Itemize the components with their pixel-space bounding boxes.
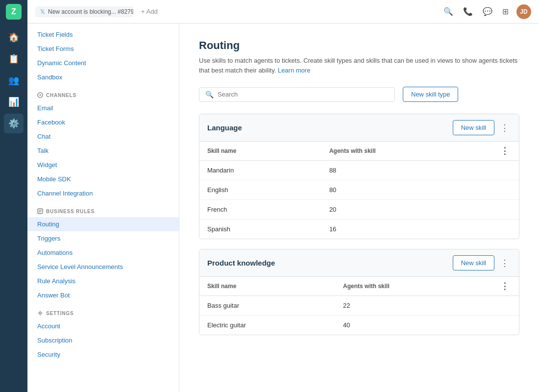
col-actions: ⋮ bbox=[490, 142, 519, 161]
table-more-menu[interactable]: ⋮ bbox=[498, 145, 511, 157]
sidebar-item-facebook[interactable]: Facebook bbox=[27, 115, 179, 129]
language-card-title: Language bbox=[207, 123, 242, 132]
twitter-icon: 𝕏 bbox=[40, 8, 45, 15]
sidebar-item-triggers[interactable]: Triggers bbox=[27, 231, 179, 245]
sidebar-item-sandbox[interactable]: Sandbox bbox=[27, 70, 179, 84]
toolbar: 🔍 New skill type bbox=[199, 87, 519, 102]
page-title: Routing bbox=[199, 39, 519, 52]
product-knowledge-card-title: Product knowledge bbox=[207, 259, 275, 267]
skill-agents: 88 bbox=[321, 161, 490, 180]
rail-home-icon[interactable]: 🏠 bbox=[4, 27, 24, 47]
product-knowledge-skill-card: Product knowledge New skill ⋮ Skill name… bbox=[199, 249, 519, 335]
learn-more-link[interactable]: Learn more bbox=[278, 67, 310, 74]
sidebar-item-ticket-forms[interactable]: Ticket Forms bbox=[27, 42, 179, 56]
top-bar: 𝕏 New account is blocking... #82790 ✕ + … bbox=[27, 0, 539, 24]
skill-name: Mandarin bbox=[199, 161, 321, 180]
language-card-header: Language New skill ⋮ bbox=[199, 114, 519, 142]
sidebar-item-routing[interactable]: Routing bbox=[27, 217, 179, 231]
sidebar-item-account[interactable]: Account bbox=[27, 319, 179, 333]
sidebar-item-sla[interactable]: Service Level Announcements bbox=[27, 260, 179, 274]
col-agents: Agents with skill bbox=[335, 277, 490, 296]
skill-name: English bbox=[199, 180, 321, 200]
sidebar-item-channel-integration[interactable]: Channel Integration bbox=[27, 186, 179, 200]
phone-icon[interactable]: 📞 bbox=[461, 5, 475, 18]
language-more-menu[interactable]: ⋮ bbox=[498, 122, 511, 133]
sidebar-item-mobile-sdk[interactable]: Mobile SDK bbox=[27, 172, 179, 186]
tab-label: New account is blocking... #82790 bbox=[48, 8, 133, 15]
sidebar-item-chat[interactable]: Chat bbox=[27, 129, 179, 144]
language-card-actions: New skill ⋮ bbox=[453, 120, 511, 135]
rail-tickets-icon[interactable]: 📋 bbox=[4, 49, 24, 69]
product-knowledge-new-skill-button[interactable]: New skill bbox=[453, 255, 494, 270]
table-row: French 20 bbox=[199, 200, 519, 220]
product-knowledge-card-actions: New skill ⋮ bbox=[453, 255, 511, 270]
skill-agents: 16 bbox=[321, 220, 490, 239]
skill-name: French bbox=[199, 200, 321, 220]
sidebar-item-email[interactable]: Email bbox=[27, 101, 179, 115]
new-skill-type-button[interactable]: New skill type bbox=[403, 87, 458, 102]
search-input[interactable] bbox=[218, 91, 389, 98]
sidebar-item-automations[interactable]: Automations bbox=[27, 245, 179, 260]
skill-agents: 22 bbox=[335, 296, 490, 316]
table-row: Spanish 16 bbox=[199, 220, 519, 239]
col-actions: ⋮ bbox=[490, 277, 519, 296]
product-knowledge-card-header: Product knowledge New skill ⋮ bbox=[199, 249, 519, 277]
add-tab-button[interactable]: + Add bbox=[137, 6, 162, 17]
business-rules-section-label: BUSINESS RULES bbox=[27, 200, 179, 217]
sidebar: Ticket Fields Ticket Forms Dynamic Conte… bbox=[27, 24, 179, 392]
skill-agents: 40 bbox=[335, 316, 490, 335]
app-wrapper: 𝕏 New account is blocking... #82790 ✕ + … bbox=[27, 0, 539, 392]
sidebar-item-dynamic-content[interactable]: Dynamic Content bbox=[27, 56, 179, 70]
table-row: Electric guitar 40 bbox=[199, 316, 519, 335]
col-skill-name: Skill name bbox=[199, 142, 321, 161]
settings-section-label: SETTINGS bbox=[27, 302, 179, 319]
language-skill-table: Skill name Agents with skill ⋮ Mandarin … bbox=[199, 142, 519, 239]
language-new-skill-button[interactable]: New skill bbox=[453, 120, 494, 135]
search-icon: 🔍 bbox=[205, 91, 214, 98]
active-tab[interactable]: 𝕏 New account is blocking... #82790 ✕ bbox=[35, 6, 133, 17]
page-description: Use skills to match agents to tickets. C… bbox=[199, 56, 519, 75]
sidebar-item-security[interactable]: Security bbox=[27, 347, 179, 362]
skill-name: Bass guitar bbox=[199, 296, 335, 316]
skill-name: Spanish bbox=[199, 220, 321, 239]
avatar[interactable]: JD bbox=[516, 4, 531, 19]
skill-name: Electric guitar bbox=[199, 316, 335, 335]
col-agents: Agents with skill bbox=[321, 142, 490, 161]
table-more-menu[interactable]: ⋮ bbox=[498, 280, 511, 292]
chat-icon[interactable]: 💬 bbox=[481, 5, 494, 18]
language-skill-card: Language New skill ⋮ Skill name Agents w… bbox=[199, 114, 519, 239]
rail-reports-icon[interactable]: 📊 bbox=[4, 92, 24, 112]
rail-settings-icon[interactable]: ⚙️ bbox=[4, 114, 24, 133]
sidebar-item-subscription[interactable]: Subscription bbox=[27, 333, 179, 347]
skill-agents: 80 bbox=[321, 180, 490, 200]
skill-agents: 20 bbox=[321, 200, 490, 220]
search-icon[interactable]: 🔍 bbox=[441, 5, 455, 18]
brand-logo: Z bbox=[6, 4, 22, 20]
sidebar-item-ticket-fields[interactable]: Ticket Fields bbox=[27, 27, 179, 42]
channels-section-label: CHANNELS bbox=[27, 84, 179, 101]
main-content: Routing Use skills to match agents to ti… bbox=[179, 24, 539, 392]
top-bar-right: 🔍 📞 💬 ⊞ JD bbox=[441, 4, 531, 19]
icon-rail: Z 🏠 📋 👥 📊 ⚙️ bbox=[0, 0, 27, 392]
table-row: Bass guitar 22 bbox=[199, 296, 519, 316]
table-row: Mandarin 88 bbox=[199, 161, 519, 180]
grid-icon[interactable]: ⊞ bbox=[500, 5, 511, 18]
product-knowledge-more-menu[interactable]: ⋮ bbox=[498, 258, 511, 269]
sidebar-item-rule-analysis[interactable]: Rule Analysis bbox=[27, 274, 179, 288]
search-box: 🔍 bbox=[199, 87, 395, 102]
sidebar-item-widget[interactable]: Widget bbox=[27, 158, 179, 172]
col-skill-name: Skill name bbox=[199, 277, 335, 296]
rail-users-icon[interactable]: 👥 bbox=[4, 71, 24, 90]
product-knowledge-skill-table: Skill name Agents with skill ⋮ Bass guit… bbox=[199, 277, 519, 335]
content-area: Ticket Fields Ticket Forms Dynamic Conte… bbox=[27, 24, 539, 392]
sidebar-item-answer-bot[interactable]: Answer Bot bbox=[27, 288, 179, 302]
table-row: English 80 bbox=[199, 180, 519, 200]
svg-point-2 bbox=[39, 312, 41, 314]
sidebar-item-talk[interactable]: Talk bbox=[27, 144, 179, 158]
